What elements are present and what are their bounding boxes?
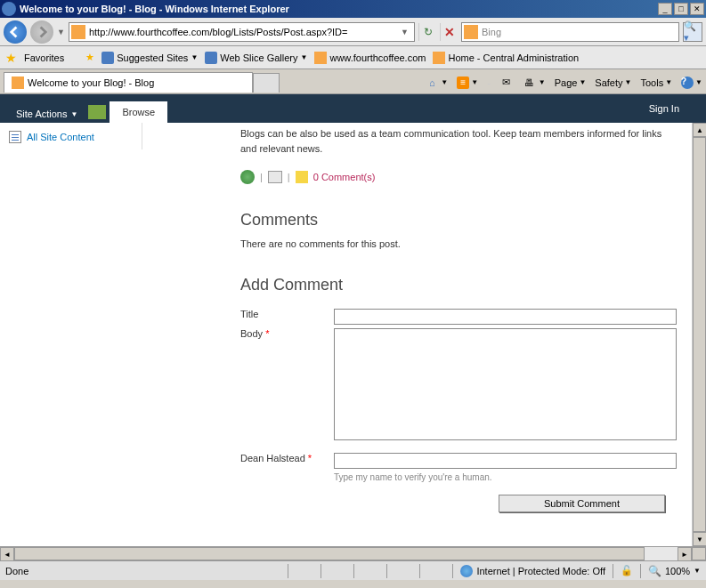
favorites-star-icon[interactable]: ★ bbox=[5, 51, 17, 65]
window-title: Welcome to your Blog! - Blog - Windows I… bbox=[20, 4, 658, 14]
favorites-bar: ★ Favorites ★ Suggested Sites ▼ Web Slic… bbox=[0, 46, 706, 69]
close-button[interactable]: ✕ bbox=[690, 3, 704, 15]
human-verify-label: Dean Halstead * bbox=[240, 453, 334, 469]
maximize-button[interactable]: □ bbox=[674, 3, 688, 15]
main-content: Blogs can be also be used as a team comm… bbox=[142, 123, 706, 546]
tab-bar: Welcome to your Blog! - Blog ⌂▼ ≡▼ - ✉ 🖶… bbox=[0, 69, 706, 94]
help-button[interactable]: ?▼ bbox=[681, 77, 702, 89]
navigate-up-icon[interactable] bbox=[88, 105, 106, 119]
address-bar[interactable]: ▼ bbox=[69, 22, 415, 42]
sharepoint-favicon bbox=[433, 52, 445, 64]
nav-history-dropdown[interactable]: ▼ bbox=[57, 28, 65, 36]
ie-favicon bbox=[205, 52, 217, 64]
comment-icon[interactable] bbox=[296, 171, 308, 183]
scroll-left-button[interactable]: ◄ bbox=[0, 547, 14, 561]
favorites-label[interactable]: Favorites bbox=[24, 52, 64, 63]
status-bar: Done Internet | Protected Mode: Off 🔓 🔍 … bbox=[0, 560, 706, 580]
status-text: Done bbox=[5, 566, 280, 576]
forward-button[interactable] bbox=[30, 20, 53, 44]
refresh-button[interactable]: ↻ bbox=[418, 23, 436, 41]
favorite-web-slice[interactable]: Web Slice Gallery ▼ bbox=[205, 52, 307, 64]
email-icon[interactable] bbox=[268, 171, 282, 183]
sharepoint-ribbon: Site Actions ▼ Browse Sign In bbox=[0, 94, 706, 123]
read-mail-button[interactable]: ✉ bbox=[499, 76, 514, 90]
horizontal-scroll-thumb[interactable] bbox=[14, 547, 645, 560]
human-verify-input[interactable] bbox=[334, 453, 677, 469]
blog-description: Blogs can be also be used as a team comm… bbox=[240, 126, 679, 156]
url-input[interactable] bbox=[89, 27, 397, 37]
scroll-right-button[interactable]: ► bbox=[678, 547, 692, 561]
back-button[interactable] bbox=[4, 20, 27, 44]
print-button[interactable]: 🖶▼ bbox=[523, 76, 546, 90]
browser-tab[interactable]: Welcome to your Blog! - Blog bbox=[4, 72, 253, 93]
new-tab-button[interactable] bbox=[253, 73, 280, 93]
document-icon bbox=[9, 131, 21, 143]
feeds-button[interactable]: ≡▼ bbox=[457, 77, 478, 89]
favorite-fourthcoffee[interactable]: www.fourthcoffee.com bbox=[314, 52, 426, 64]
submit-comment-button[interactable]: Submit Comment bbox=[499, 495, 665, 512]
bing-icon bbox=[464, 25, 478, 39]
internet-zone-icon bbox=[460, 565, 473, 577]
home-button[interactable]: ⌂▼ bbox=[425, 76, 448, 90]
left-sidebar: All Site Content bbox=[0, 123, 142, 149]
human-verify-hint: Type my name to verify you're a human. bbox=[334, 472, 679, 482]
minimize-button[interactable]: _ bbox=[658, 3, 672, 15]
site-favicon bbox=[71, 25, 85, 39]
sign-in-link[interactable]: Sign In bbox=[631, 100, 697, 117]
stop-button[interactable]: ✕ bbox=[440, 23, 458, 41]
permalink-icon[interactable] bbox=[240, 170, 255, 184]
sharepoint-favicon bbox=[314, 52, 327, 64]
tools-menu[interactable]: Tools▼ bbox=[640, 77, 672, 88]
page-menu[interactable]: Page▼ bbox=[555, 77, 587, 88]
comment-title-input[interactable] bbox=[334, 309, 677, 325]
protected-mode-icon[interactable]: 🔓 bbox=[621, 565, 633, 576]
url-dropdown[interactable]: ▼ bbox=[397, 28, 412, 36]
site-actions-menu[interactable]: Site Actions ▼ bbox=[9, 105, 85, 123]
comments-heading: Comments bbox=[240, 211, 679, 230]
favorite-central-admin[interactable]: Home - Central Administration bbox=[433, 52, 579, 64]
add-favorite-icon[interactable]: ★ bbox=[85, 52, 94, 63]
search-bar[interactable] bbox=[461, 22, 679, 42]
ie-favicon bbox=[101, 52, 114, 64]
comment-body-textarea[interactable] bbox=[334, 328, 677, 440]
scroll-down-button[interactable]: ▼ bbox=[693, 532, 706, 546]
blog-action-row: | | 0 Comment(s) bbox=[240, 170, 679, 184]
no-comments-text: There are no comments for this post. bbox=[240, 238, 679, 249]
navigation-bar: ▼ ▼ ↻ ✕ 🔍 ▾ bbox=[0, 18, 706, 46]
body-label: Body * bbox=[240, 328, 334, 440]
vertical-scroll-thumb[interactable] bbox=[693, 137, 706, 532]
resize-grip[interactable] bbox=[692, 547, 706, 560]
favorite-suggested-sites[interactable]: Suggested Sites ▼ bbox=[101, 52, 198, 64]
zoom-control[interactable]: 🔍 100% ▼ bbox=[648, 565, 701, 577]
horizontal-scrollbar[interactable]: ◄ ► bbox=[0, 546, 706, 560]
search-input[interactable] bbox=[482, 27, 677, 37]
window-titlebar: Welcome to your Blog! - Blog - Windows I… bbox=[0, 0, 706, 18]
scroll-up-button[interactable]: ▲ bbox=[693, 123, 706, 137]
all-site-content-link[interactable]: All Site Content bbox=[0, 128, 142, 146]
browse-tab[interactable]: Browse bbox=[110, 101, 167, 123]
add-comment-heading: Add Comment bbox=[240, 276, 679, 294]
tab-favicon bbox=[12, 77, 24, 89]
content-area: All Site Content Blogs can be also be us… bbox=[0, 123, 706, 546]
ie-icon bbox=[2, 2, 16, 16]
vertical-scrollbar[interactable]: ▲ ▼ bbox=[692, 123, 706, 546]
safety-menu[interactable]: Safety▼ bbox=[595, 77, 631, 88]
title-label: Title bbox=[240, 309, 334, 325]
security-zone[interactable]: Internet | Protected Mode: Off bbox=[460, 565, 605, 577]
search-go-button[interactable]: 🔍 ▾ bbox=[683, 22, 702, 42]
comments-count-link[interactable]: 0 Comment(s) bbox=[313, 172, 376, 182]
